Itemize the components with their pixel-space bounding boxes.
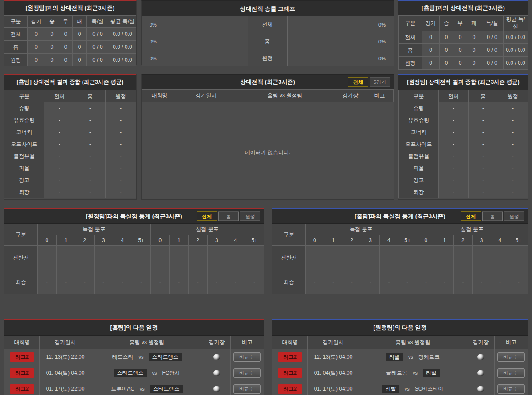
bins-header-row: 012345+ 012345+ xyxy=(272,235,528,246)
panel-title: 상대전적 승률 그래프 xyxy=(142,1,394,16)
stat-cell: 0 / 0 xyxy=(87,41,109,54)
stat-cell: - xyxy=(94,270,113,294)
stadium-globe-icon[interactable] xyxy=(213,370,220,376)
row-label: 최종 xyxy=(4,270,38,294)
record-vs-awayteam-panel: [원정팀]과의 상대전적 (최근3시즌) 구분 경기 승 무 패 득/실 평균 … xyxy=(4,0,137,65)
stat-cell: 0 xyxy=(467,57,481,70)
stadium-globe-icon[interactable] xyxy=(477,354,484,360)
away-win-percent: 0% xyxy=(288,22,394,27)
panel-title: [원정팀]과의 상대전적 (최근3시즌) xyxy=(4,1,136,15)
panel-title-bar: [원정팀]과의 득실점 통계 (최근3시즌) 전체 홈 원정 xyxy=(4,209,264,224)
tab-last5[interactable]: 5경기 xyxy=(370,77,390,86)
compare-button[interactable]: 비교 〉 xyxy=(233,352,261,362)
table-header-row: 대회명 경기일시 홈팀 vs 원정팀 경기장 비고 xyxy=(142,90,394,102)
panel-title: [홈팀]의 다음 일정 xyxy=(4,320,264,336)
stat-cell: 0 xyxy=(467,31,481,44)
stat-cell: 0 xyxy=(73,54,87,66)
tab-home[interactable]: 홈 xyxy=(482,212,503,221)
stat-cell: 0 xyxy=(45,28,59,41)
league-badge: 리그2 xyxy=(10,384,34,394)
graph-row: 0% 전체 0% xyxy=(142,16,394,33)
panel-title: [원정팀]과의 득실점 통계 (최근3시즌) xyxy=(86,212,182,220)
col-header: 경기 xyxy=(28,16,45,28)
table-row: 홈 0 0 0 0 0 / 0 0.0 / 0.0 xyxy=(4,41,136,54)
col-header: 경기장 xyxy=(467,336,495,349)
win-rate-graph-panel: 상대전적 승률 그래프 0% 전체 0% 0% 홈 0% 0% 원정 0% xyxy=(141,0,394,65)
panel-title: [홈팀]과의 상대전적 (최근3시즌) xyxy=(398,1,528,15)
league-badge: 리그2 xyxy=(10,352,34,362)
stat-cell: - xyxy=(439,150,469,162)
stat-cell: 0 xyxy=(45,41,59,54)
bin-header: 2 xyxy=(454,235,473,246)
table-row: 퇴장--- xyxy=(4,186,136,198)
hometeam-summary-panel: [홈팀] 상대전적 결과 종합 (최근3시즌 평균) 구분 전체 홈 원정 슈팅… xyxy=(4,74,137,200)
graph-row: 0% 홈 0% xyxy=(142,33,394,50)
stat-cell: - xyxy=(439,126,469,138)
stat-cell: 0 xyxy=(422,31,440,44)
bin-header: 4 xyxy=(380,235,398,246)
h2h-match-list-panel: 상대전적 (최근3시즌) 전체 5경기 대회명 경기일시 홈팀 vs 원정팀 경… xyxy=(141,74,394,200)
match-datetime: 12. 13(토) 04:00 xyxy=(308,349,359,365)
stat-cell: 0 xyxy=(453,57,467,70)
stat-cell: - xyxy=(38,246,57,270)
stat-cell: - xyxy=(44,162,75,174)
col-header: 경기일시 xyxy=(40,336,91,349)
league-badge: 리그2 xyxy=(278,368,302,378)
row-label: 퇴장 xyxy=(399,186,439,198)
stat-cell: - xyxy=(306,246,324,270)
compare-button[interactable]: 비교 〉 xyxy=(497,384,525,394)
awayteam-schedule-panel: [원정팀]의 다음 일정 대회명 경기일시 홈팀 vs 원정팀 경기장 비고 리… xyxy=(272,319,528,395)
stat-cell: - xyxy=(106,126,136,138)
tab-home[interactable]: 홈 xyxy=(218,212,239,221)
col-header: 경기일시 xyxy=(308,336,359,349)
stat-cell: 0 xyxy=(28,41,45,54)
stat-cell: - xyxy=(75,270,95,294)
stat-cell: 0.0 / 0.0 xyxy=(504,31,528,44)
bin-header: 3 xyxy=(94,235,113,246)
compare-button[interactable]: 비교 〉 xyxy=(233,384,261,394)
compare-button[interactable]: 비교 〉 xyxy=(233,368,261,378)
col-header: 전체 xyxy=(439,90,469,102)
stat-cell: - xyxy=(106,162,136,174)
stadium-globe-icon[interactable] xyxy=(213,354,220,360)
vs-label: vs xyxy=(408,354,413,360)
table-row: 퇴장--- xyxy=(399,186,528,198)
away-win-percent: 0% xyxy=(288,56,394,61)
tab-away[interactable]: 원정 xyxy=(504,212,524,221)
vs-label: vs xyxy=(139,354,144,360)
col-header: 득/실 xyxy=(481,16,504,31)
stat-cell: 0 xyxy=(59,54,73,66)
col-header: 무 xyxy=(453,16,467,31)
bin-header: 4 xyxy=(226,235,245,246)
row-label: 볼점유율 xyxy=(4,150,44,162)
graph-row: 0% 원정 0% xyxy=(142,50,394,66)
stadium-globe-icon[interactable] xyxy=(477,370,484,376)
stat-cell: - xyxy=(44,150,75,162)
row-label: 슈팅 xyxy=(4,102,44,114)
stat-cell: - xyxy=(498,102,528,114)
stadium-globe-icon[interactable] xyxy=(477,386,484,392)
col-header: 구분 xyxy=(4,90,44,102)
stadium-globe-icon[interactable] xyxy=(213,386,220,392)
tab-all[interactable]: 전체 xyxy=(197,212,217,221)
col-header: 무 xyxy=(59,16,73,28)
stat-cell: - xyxy=(75,150,106,162)
stat-cell: - xyxy=(498,186,528,198)
panel-title: [홈팀]과의 득실점 통계 (최근3시즌) xyxy=(355,212,445,220)
compare-button[interactable]: 비교 〉 xyxy=(497,352,525,362)
stat-cell: - xyxy=(454,246,473,270)
stat-cell: - xyxy=(469,114,498,126)
bin-header: 1 xyxy=(169,235,189,246)
compare-button[interactable]: 비교 〉 xyxy=(497,368,525,378)
stat-cell: - xyxy=(245,270,264,294)
stat-cell: - xyxy=(106,138,136,150)
tab-all[interactable]: 전체 xyxy=(348,77,368,86)
group-header-row: 구분 득점 분포 실점 분포 xyxy=(272,224,528,235)
stat-cell: - xyxy=(509,270,528,294)
stat-cell: - xyxy=(469,126,498,138)
stat-cell: 0.0 / 0.0 xyxy=(504,44,528,57)
away-team-name: 스타드랭스 xyxy=(150,385,183,393)
tab-all[interactable]: 전체 xyxy=(461,212,481,221)
group-header-row: 구분 득점 분포 실점 분포 xyxy=(4,224,264,235)
tab-away[interactable]: 원정 xyxy=(240,212,260,221)
